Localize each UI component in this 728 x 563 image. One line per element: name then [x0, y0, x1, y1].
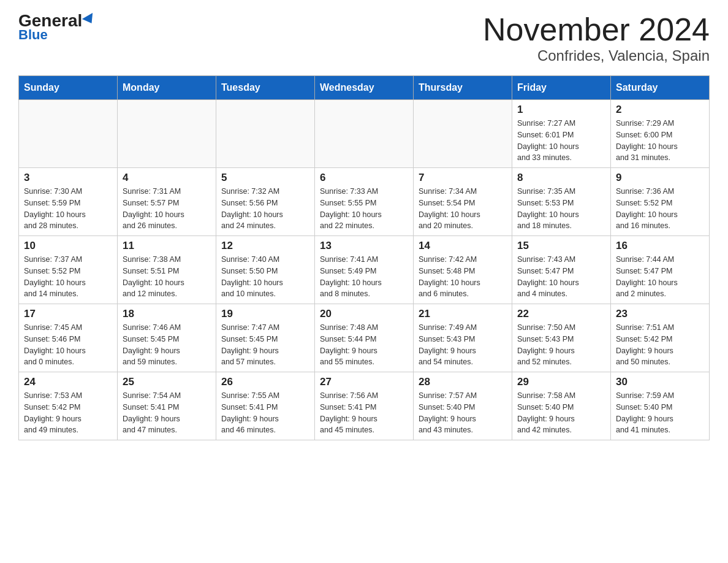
- day-info: Sunrise: 7:29 AM Sunset: 6:00 PM Dayligh…: [616, 118, 704, 164]
- day-info: Sunrise: 7:56 AM Sunset: 5:41 PM Dayligh…: [320, 390, 408, 436]
- day-info: Sunrise: 7:43 AM Sunset: 5:47 PM Dayligh…: [517, 254, 605, 300]
- calendar-cell: 13Sunrise: 7:41 AM Sunset: 5:49 PM Dayli…: [315, 236, 414, 304]
- day-number: 12: [221, 240, 309, 252]
- calendar-cell: [19, 100, 118, 168]
- calendar-cell: 6Sunrise: 7:33 AM Sunset: 5:55 PM Daylig…: [315, 168, 414, 236]
- day-info: Sunrise: 7:53 AM Sunset: 5:42 PM Dayligh…: [24, 390, 112, 436]
- week-row-5: 24Sunrise: 7:53 AM Sunset: 5:42 PM Dayli…: [19, 372, 710, 440]
- calendar-cell: 26Sunrise: 7:55 AM Sunset: 5:41 PM Dayli…: [216, 372, 315, 440]
- day-number: 5: [221, 172, 309, 184]
- day-info: Sunrise: 7:50 AM Sunset: 5:43 PM Dayligh…: [517, 322, 605, 368]
- day-number: 7: [419, 172, 507, 184]
- weekday-header-thursday: Thursday: [414, 76, 512, 100]
- day-info: Sunrise: 7:38 AM Sunset: 5:51 PM Dayligh…: [123, 254, 211, 300]
- weekday-header-friday: Friday: [512, 76, 611, 100]
- day-number: 9: [616, 172, 704, 184]
- calendar-cell: 10Sunrise: 7:37 AM Sunset: 5:52 PM Dayli…: [19, 236, 118, 304]
- day-info: Sunrise: 7:33 AM Sunset: 5:55 PM Dayligh…: [320, 186, 408, 232]
- day-number: 27: [320, 376, 408, 388]
- title-area: November 2024 Confrides, Valencia, Spain: [483, 12, 710, 64]
- calendar-cell: 14Sunrise: 7:42 AM Sunset: 5:48 PM Dayli…: [414, 236, 512, 304]
- day-number: 3: [24, 172, 112, 184]
- calendar-cell: 24Sunrise: 7:53 AM Sunset: 5:42 PM Dayli…: [19, 372, 118, 440]
- day-number: 25: [123, 376, 211, 388]
- week-row-1: 1Sunrise: 7:27 AM Sunset: 6:01 PM Daylig…: [19, 100, 710, 168]
- day-info: Sunrise: 7:57 AM Sunset: 5:40 PM Dayligh…: [419, 390, 507, 436]
- day-number: 26: [221, 376, 309, 388]
- day-info: Sunrise: 7:36 AM Sunset: 5:52 PM Dayligh…: [616, 186, 704, 232]
- week-row-3: 10Sunrise: 7:37 AM Sunset: 5:52 PM Dayli…: [19, 236, 710, 304]
- calendar-cell: [315, 100, 414, 168]
- weekday-header-saturday: Saturday: [611, 76, 710, 100]
- day-info: Sunrise: 7:41 AM Sunset: 5:49 PM Dayligh…: [320, 254, 408, 300]
- day-info: Sunrise: 7:48 AM Sunset: 5:44 PM Dayligh…: [320, 322, 408, 368]
- calendar-cell: 25Sunrise: 7:54 AM Sunset: 5:41 PM Dayli…: [118, 372, 216, 440]
- day-number: 4: [123, 172, 211, 184]
- day-number: 24: [24, 376, 112, 388]
- calendar-cell: [414, 100, 512, 168]
- calendar-cell: 23Sunrise: 7:51 AM Sunset: 5:42 PM Dayli…: [611, 304, 710, 372]
- day-number: 21: [419, 308, 507, 320]
- day-number: 22: [517, 308, 605, 320]
- day-info: Sunrise: 7:42 AM Sunset: 5:48 PM Dayligh…: [419, 254, 507, 300]
- calendar-cell: 27Sunrise: 7:56 AM Sunset: 5:41 PM Dayli…: [315, 372, 414, 440]
- day-number: 10: [24, 240, 112, 252]
- weekday-header-tuesday: Tuesday: [216, 76, 315, 100]
- day-info: Sunrise: 7:31 AM Sunset: 5:57 PM Dayligh…: [123, 186, 211, 232]
- logo: General Blue: [18, 12, 96, 43]
- calendar-subtitle: Confrides, Valencia, Spain: [483, 47, 710, 64]
- day-number: 2: [616, 104, 704, 116]
- day-info: Sunrise: 7:54 AM Sunset: 5:41 PM Dayligh…: [123, 390, 211, 436]
- weekday-header-row: SundayMondayTuesdayWednesdayThursdayFrid…: [19, 76, 710, 100]
- week-row-4: 17Sunrise: 7:45 AM Sunset: 5:46 PM Dayli…: [19, 304, 710, 372]
- day-number: 13: [320, 240, 408, 252]
- calendar-cell: [216, 100, 315, 168]
- day-number: 15: [517, 240, 605, 252]
- calendar-cell: 15Sunrise: 7:43 AM Sunset: 5:47 PM Dayli…: [512, 236, 611, 304]
- calendar-cell: 30Sunrise: 7:59 AM Sunset: 5:40 PM Dayli…: [611, 372, 710, 440]
- calendar-cell: 4Sunrise: 7:31 AM Sunset: 5:57 PM Daylig…: [118, 168, 216, 236]
- calendar-cell: 7Sunrise: 7:34 AM Sunset: 5:54 PM Daylig…: [414, 168, 512, 236]
- day-info: Sunrise: 7:47 AM Sunset: 5:45 PM Dayligh…: [221, 322, 309, 368]
- calendar-cell: 12Sunrise: 7:40 AM Sunset: 5:50 PM Dayli…: [216, 236, 315, 304]
- day-info: Sunrise: 7:30 AM Sunset: 5:59 PM Dayligh…: [24, 186, 112, 232]
- day-info: Sunrise: 7:55 AM Sunset: 5:41 PM Dayligh…: [221, 390, 309, 436]
- day-info: Sunrise: 7:59 AM Sunset: 5:40 PM Dayligh…: [616, 390, 704, 436]
- calendar-cell: 16Sunrise: 7:44 AM Sunset: 5:47 PM Dayli…: [611, 236, 710, 304]
- day-info: Sunrise: 7:45 AM Sunset: 5:46 PM Dayligh…: [24, 322, 112, 368]
- weekday-header-monday: Monday: [118, 76, 216, 100]
- day-number: 14: [419, 240, 507, 252]
- calendar-cell: 11Sunrise: 7:38 AM Sunset: 5:51 PM Dayli…: [118, 236, 216, 304]
- calendar-cell: 29Sunrise: 7:58 AM Sunset: 5:40 PM Dayli…: [512, 372, 611, 440]
- day-number: 17: [24, 308, 112, 320]
- logo-triangle-icon: [82, 13, 97, 26]
- day-number: 19: [221, 308, 309, 320]
- day-number: 1: [517, 104, 605, 116]
- day-info: Sunrise: 7:27 AM Sunset: 6:01 PM Dayligh…: [517, 118, 605, 164]
- day-number: 6: [320, 172, 408, 184]
- calendar-cell: 1Sunrise: 7:27 AM Sunset: 6:01 PM Daylig…: [512, 100, 611, 168]
- day-info: Sunrise: 7:44 AM Sunset: 5:47 PM Dayligh…: [616, 254, 704, 300]
- calendar-table: SundayMondayTuesdayWednesdayThursdayFrid…: [18, 75, 710, 440]
- logo-blue-text: Blue: [18, 27, 48, 43]
- calendar-cell: 18Sunrise: 7:46 AM Sunset: 5:45 PM Dayli…: [118, 304, 216, 372]
- calendar-cell: 17Sunrise: 7:45 AM Sunset: 5:46 PM Dayli…: [19, 304, 118, 372]
- calendar-cell: 2Sunrise: 7:29 AM Sunset: 6:00 PM Daylig…: [611, 100, 710, 168]
- day-number: 20: [320, 308, 408, 320]
- day-number: 16: [616, 240, 704, 252]
- day-info: Sunrise: 7:49 AM Sunset: 5:43 PM Dayligh…: [419, 322, 507, 368]
- day-info: Sunrise: 7:40 AM Sunset: 5:50 PM Dayligh…: [221, 254, 309, 300]
- day-number: 11: [123, 240, 211, 252]
- day-info: Sunrise: 7:32 AM Sunset: 5:56 PM Dayligh…: [221, 186, 309, 232]
- page-header: General Blue November 2024 Confrides, Va…: [18, 12, 710, 64]
- weekday-header-wednesday: Wednesday: [315, 76, 414, 100]
- calendar-cell: [118, 100, 216, 168]
- day-number: 8: [517, 172, 605, 184]
- weekday-header-sunday: Sunday: [19, 76, 118, 100]
- calendar-title: November 2024: [483, 12, 710, 47]
- week-row-2: 3Sunrise: 7:30 AM Sunset: 5:59 PM Daylig…: [19, 168, 710, 236]
- calendar-cell: 20Sunrise: 7:48 AM Sunset: 5:44 PM Dayli…: [315, 304, 414, 372]
- day-info: Sunrise: 7:46 AM Sunset: 5:45 PM Dayligh…: [123, 322, 211, 368]
- day-number: 23: [616, 308, 704, 320]
- day-number: 18: [123, 308, 211, 320]
